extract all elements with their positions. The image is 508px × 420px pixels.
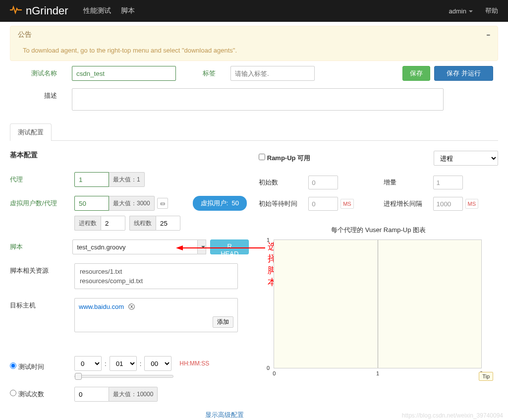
nav-perf-test[interactable]: 性能测试: [83, 6, 111, 15]
rampup-checkbox[interactable]: [259, 154, 265, 160]
resource-item: resources/1.txt: [80, 267, 232, 276]
config-area: 基本配置 代理 最大值：1 虚拟用户数/代理 最大值：3000 ▭ 虚拟用户: …: [0, 141, 508, 420]
duration-sec[interactable]: 00: [144, 356, 171, 371]
resources-label: 脚本相关资源: [10, 263, 74, 275]
nav-user-label: admin: [449, 7, 466, 15]
thread-label: 线程数: [129, 216, 156, 231]
alert-body: To download agent, go to the right-top m…: [18, 42, 490, 57]
resources-box: resources/1.txt resources/comp_id.txt: [74, 263, 238, 289]
vuser-label: 虚拟用户数/代理: [10, 196, 74, 208]
test-name-label: 测试名称: [15, 66, 64, 78]
duration-label: 测试时间: [10, 362, 74, 371]
tag-input[interactable]: [230, 66, 315, 81]
test-name-input[interactable]: [72, 66, 176, 81]
chart-tip[interactable]: Tip: [479, 372, 493, 381]
alert-collapse-icon[interactable]: −: [486, 31, 490, 39]
agent-input[interactable]: [74, 172, 109, 187]
rampup-interval-input[interactable]: [433, 197, 463, 211]
logo[interactable]: nGrinder: [10, 4, 68, 17]
resource-item: resources/comp_id.txt: [80, 276, 232, 286]
thread-input[interactable]: [156, 216, 180, 231]
alert-title: 公告: [18, 30, 32, 39]
basic-title: 基本配置: [10, 151, 249, 160]
announcement-alert: 公告 − To download agent, go to the right-…: [10, 26, 498, 61]
duration-hour[interactable]: 0: [74, 356, 102, 371]
brand-text: nGrinder: [26, 4, 68, 17]
rampup-chart: 每个代理的 Vuser Ramp-Up 图表 1 0 0 1 2 Tip: [259, 226, 498, 378]
host-box: www.baidu.com ⓧ 添加: [74, 298, 238, 332]
top-form: 测试名称 标签 保存 保存 并运行: [0, 66, 508, 81]
vuser-input[interactable]: [74, 196, 109, 211]
nav-user-menu[interactable]: admin: [449, 7, 473, 15]
x-tick: 0: [273, 368, 276, 376]
rampup-interval-label: 进程增长间隔: [384, 199, 433, 208]
host-remove-icon[interactable]: ⓧ: [128, 302, 135, 311]
caret-icon: [469, 10, 473, 12]
agent-label: 代理: [10, 175, 74, 184]
host-add-button[interactable]: 添加: [213, 316, 233, 328]
count-label: 测试次数: [10, 390, 74, 399]
ms-badge: MS: [465, 199, 479, 209]
rampup-init-label: 初始数: [259, 178, 308, 187]
rampup-incr-label: 增量: [384, 178, 433, 187]
count-input[interactable]: [74, 387, 109, 402]
rampup-config: Ramp-Up 可用 进程 初始数 增量 初始等待时间 MS 进程增长间隔 MS: [259, 151, 498, 420]
host-link[interactable]: www.baidu.com: [79, 303, 124, 310]
rampup-wait-input[interactable]: [308, 197, 338, 211]
vuser-max: 最大值：3000: [109, 196, 155, 211]
script-select[interactable]: test_csdn.groovy: [72, 240, 198, 254]
rampup-checkbox-label[interactable]: Ramp-Up 可用: [259, 154, 434, 163]
chart-title: 每个代理的 Vuser Ramp-Up 图表: [259, 226, 498, 235]
tab-config[interactable]: 测试配置: [10, 123, 52, 141]
chart-canvas: 0 1 2: [274, 240, 482, 368]
save-button[interactable]: 保存: [402, 66, 430, 81]
duration-min[interactable]: 01: [110, 356, 137, 371]
rampup-init-input[interactable]: [308, 176, 338, 189]
tag-label: 标签: [183, 66, 223, 78]
rampup-type-select[interactable]: 进程: [434, 151, 498, 166]
watermark: https://blog.csdn.net/weixin_39740094: [402, 412, 503, 419]
script-rev-button[interactable]: R HEAD: [210, 240, 249, 254]
y-tick: 1: [267, 237, 274, 243]
duration-radio[interactable]: [10, 362, 16, 369]
basic-config: 基本配置 代理 最大值：1 虚拟用户数/代理 最大值：3000 ▭ 虚拟用户: …: [10, 151, 249, 420]
count-radio[interactable]: [10, 390, 16, 396]
vuser-badge[interactable]: 虚拟用户: 50: [193, 196, 247, 211]
ms-badge: MS: [340, 199, 354, 209]
tabs: 测试配置: [10, 123, 498, 141]
duration-hint: HH:MM:SS: [179, 360, 209, 367]
resources-list[interactable]: resources/1.txt resources/comp_id.txt: [75, 264, 237, 289]
host-label: 目标主机: [10, 298, 74, 310]
duration-slider[interactable]: [74, 375, 173, 378]
nav-script[interactable]: 脚本: [121, 6, 135, 15]
count-max: 最大值：10000: [109, 387, 158, 402]
expand-icon[interactable]: ▭: [157, 198, 168, 209]
x-tick: 1: [376, 368, 379, 376]
rampup-wait-label: 初始等待时间: [259, 199, 308, 208]
advanced-link[interactable]: 显示高级配置: [10, 411, 249, 420]
desc-input[interactable]: [72, 88, 444, 111]
rampup-incr-input[interactable]: [433, 176, 463, 189]
script-dropdown-icon[interactable]: [198, 240, 207, 254]
save-run-button[interactable]: 保存 并运行: [434, 66, 493, 81]
agent-max: 最大值：1: [109, 172, 145, 187]
script-label: 脚本: [10, 242, 72, 251]
process-input[interactable]: [101, 216, 125, 231]
process-label: 进程数: [74, 216, 101, 231]
logo-icon: [10, 5, 22, 17]
nav-help[interactable]: 帮助: [485, 6, 498, 15]
desc-label: 描述: [15, 88, 64, 100]
navbar: nGrinder 性能测试 脚本 admin 帮助: [0, 0, 508, 22]
